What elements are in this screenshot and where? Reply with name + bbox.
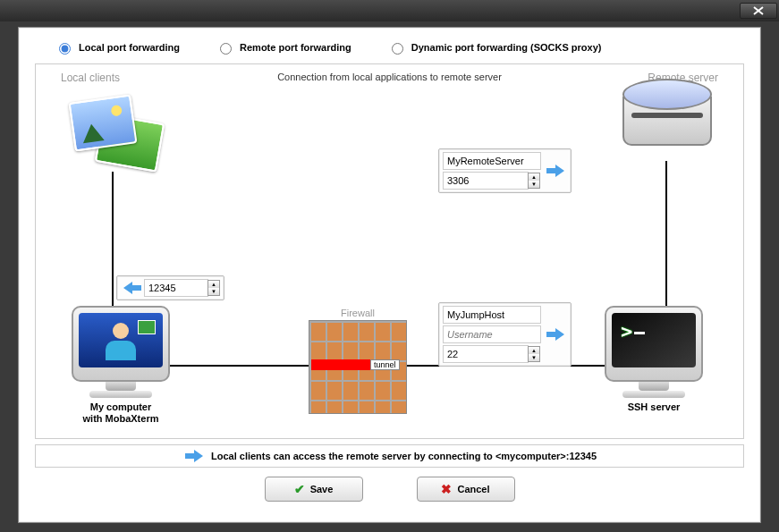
help-bar: Local clients can access the remote serv… [35,444,744,468]
svg-marker-1 [546,165,564,177]
tunnel-label: tunnel [370,359,400,370]
tunnel-red-bar [311,359,374,370]
local-port-spinner[interactable]: ▲▼ [207,280,220,296]
line-localclients-to-computer [112,172,114,306]
svg-marker-2 [546,328,564,341]
help-text: Local clients can access the remote serv… [211,451,597,461]
radio-local-label: Local port forwarding [79,42,180,53]
radio-dynamic-input[interactable] [392,43,403,55]
local-clients-icon [63,82,170,172]
my-computer-icon: My computer with MobaXterm [63,306,179,425]
diagram-area: Local clients Remote server Connection f… [35,63,744,439]
arrow-right-icon-remote [546,165,564,177]
cancel-button-label: Cancel [457,484,489,494]
ssh-server-box: ▲▼ [438,302,572,367]
remote-server-box: ▲▼ [438,148,572,193]
button-row: ✔ Save ✖ Cancel [19,477,760,502]
cancel-button[interactable]: ✖ Cancel [417,477,515,502]
my-computer-label-2: with MobaXterm [63,413,179,425]
titlebar [0,0,779,21]
svg-marker-0 [123,282,141,294]
svg-marker-3 [185,450,203,462]
radio-dynamic-forwarding[interactable]: Dynamic port forwarding (SOCKS proxy) [387,40,602,55]
arrow-left-icon [123,282,141,294]
save-button[interactable]: ✔ Save [265,477,363,502]
close-button[interactable] [740,3,777,19]
content-panel: Local port forwarding Remote port forwar… [18,27,761,523]
local-port-box: ▲▼ [116,275,224,300]
save-button-label: Save [310,484,334,494]
ssh-server-icon: > SSH server [591,306,716,413]
forwarding-type-radios: Local port forwarding Remote port forwar… [19,28,760,63]
diagram-caption: Connection from local applications to re… [277,72,502,82]
x-icon: ✖ [441,482,452,496]
local-port-input[interactable] [144,279,208,297]
ssh-port-spinner[interactable]: ▲▼ [528,346,540,362]
radio-local-input[interactable] [59,43,71,55]
tunnel-settings-window: Local port forwarding Remote port forwar… [0,0,779,532]
my-computer-label-1: My computer [63,401,179,413]
check-icon: ✔ [294,482,305,496]
radio-remote-input[interactable] [220,43,232,55]
arrow-right-icon-help [185,450,203,462]
firewall-label: Firewall [309,308,407,318]
remote-host-input[interactable] [443,152,541,170]
radio-remote-forwarding[interactable]: Remote port forwarding [216,40,351,55]
radio-local-forwarding[interactable]: Local port forwarding [55,40,180,55]
radio-remote-label: Remote port forwarding [240,42,351,53]
remote-port-spinner[interactable]: ▲▼ [528,173,540,189]
line-server-to-ssh [665,161,667,306]
ssh-host-input[interactable] [443,306,541,324]
remote-port-input[interactable] [443,172,529,190]
ssh-user-input[interactable] [443,325,541,343]
remote-server-icon [618,79,716,159]
radio-dynamic-label: Dynamic port forwarding (SOCKS proxy) [411,42,602,53]
arrow-right-icon-ssh [546,328,564,341]
ssh-server-label-text: SSH server [591,401,716,413]
ssh-port-input[interactable] [443,345,529,363]
